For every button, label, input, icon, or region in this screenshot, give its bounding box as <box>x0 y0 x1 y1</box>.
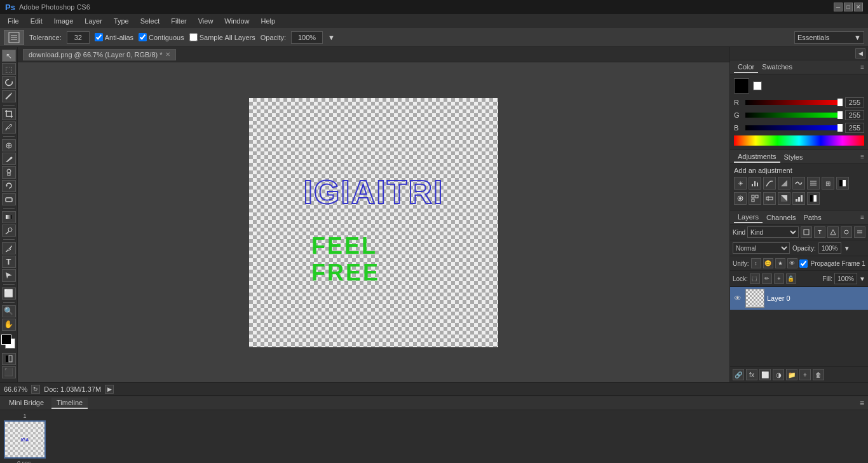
sample-all-layers-checkbox[interactable] <box>189 33 198 41</box>
minimize-button[interactable]: ─ <box>834 3 843 11</box>
posterize-icon[interactable] <box>792 192 805 205</box>
lock-position-icon[interactable]: + <box>774 273 784 284</box>
eraser-tool[interactable] <box>2 193 16 205</box>
tab-paths[interactable]: Paths <box>800 212 825 223</box>
menu-type[interactable]: Type <box>109 16 134 26</box>
tool-preset-picker[interactable] <box>4 30 24 45</box>
history-brush-tool[interactable] <box>2 180 16 192</box>
bottom-panel-options[interactable]: ≡ <box>860 399 864 408</box>
layer-group-icon[interactable]: 📁 <box>786 369 797 380</box>
b-value[interactable] <box>845 123 864 133</box>
invert-icon[interactable] <box>778 192 790 205</box>
zoom-tool[interactable]: 🔍 <box>2 305 16 317</box>
g-value[interactable] <box>845 110 864 120</box>
layer-fx-icon[interactable]: fx <box>746 369 757 380</box>
status-refresh-btn[interactable]: ↻ <box>31 385 40 394</box>
curves-icon[interactable] <box>763 177 776 190</box>
brightness-contrast-icon[interactable]: ☀ <box>734 177 747 190</box>
type-tool[interactable]: T <box>2 256 16 268</box>
hsl-icon[interactable] <box>807 177 820 190</box>
propagate-frame-checkbox[interactable] <box>799 259 808 268</box>
opacity-arrow-icon[interactable]: ▼ <box>844 245 850 252</box>
color-lookup-icon[interactable] <box>763 192 776 205</box>
photo-filter-icon[interactable] <box>734 192 747 205</box>
clone-stamp-tool[interactable] <box>2 166 16 178</box>
exposure-icon[interactable] <box>778 177 790 190</box>
tab-swatches[interactable]: Swatches <box>758 62 796 73</box>
unify-style-icon[interactable]: ★ <box>775 258 785 268</box>
rectangle-tool[interactable]: ⬜ <box>2 287 16 300</box>
crop-tool[interactable] <box>2 108 16 120</box>
menu-window[interactable]: Window <box>219 16 254 26</box>
close-button[interactable]: ✕ <box>854 3 863 11</box>
document-tab[interactable]: download.png @ 66.7% (Layer 0, RGB/8) * … <box>23 49 176 60</box>
adj-panel-collapse[interactable]: ≡ <box>860 153 864 160</box>
levels-icon[interactable] <box>749 177 761 190</box>
r-value[interactable] <box>845 97 864 107</box>
frame-thumbnail[interactable]: IGA <box>4 420 46 459</box>
tolerance-input[interactable] <box>67 31 90 44</box>
color-swatch-preview[interactable] <box>734 78 749 93</box>
anti-alias-checkbox[interactable] <box>95 33 103 41</box>
essentials-dropdown[interactable]: Essentials ▼ <box>794 31 864 44</box>
opacity-arrow[interactable]: ▼ <box>328 34 335 41</box>
path-select-tool[interactable] <box>2 269 16 281</box>
delete-layer-icon[interactable]: 🗑 <box>813 369 824 380</box>
menu-image[interactable]: Image <box>49 16 79 26</box>
lasso-tool[interactable] <box>2 76 16 88</box>
fill-arrow-icon[interactable]: ▼ <box>859 275 865 282</box>
quick-mask-toggle[interactable] <box>2 353 16 365</box>
b-slider[interactable] <box>745 125 843 130</box>
opacity-input[interactable] <box>291 31 323 44</box>
eyedropper-tool[interactable] <box>2 121 16 134</box>
lock-all-icon[interactable]: 🔒 <box>786 273 796 284</box>
bg-color-preview[interactable] <box>753 81 762 90</box>
layer-adj-icon[interactable]: ◑ <box>773 369 784 380</box>
color-balance-icon[interactable]: ⊞ <box>822 177 834 190</box>
document-tab-close[interactable]: ✕ <box>165 51 170 58</box>
menu-select[interactable]: Select <box>135 16 165 26</box>
marquee-tool[interactable]: ⬚ <box>2 63 16 75</box>
vibrance-icon[interactable] <box>792 177 805 190</box>
tab-adjustments[interactable]: Adjustments <box>734 151 780 163</box>
layer-opacity-input[interactable] <box>818 242 841 254</box>
layer-mask-icon[interactable]: ⬜ <box>759 369 771 380</box>
tab-mini-bridge[interactable]: Mini Bridge <box>4 397 49 409</box>
menu-view[interactable]: View <box>193 16 219 26</box>
menu-layer[interactable]: Layer <box>79 16 107 26</box>
panel-collapse-btn[interactable]: ◀ <box>855 48 865 59</box>
menu-edit[interactable]: Edit <box>25 16 48 26</box>
status-arrow-btn[interactable]: ▶ <box>105 385 114 394</box>
brush-tool[interactable] <box>2 153 16 165</box>
fill-value-input[interactable] <box>834 273 857 284</box>
tab-layers[interactable]: Layers <box>734 212 763 223</box>
layer-visibility-toggle[interactable]: 👁 <box>733 293 743 303</box>
r-slider[interactable] <box>745 100 843 105</box>
color-spectrum[interactable] <box>734 135 864 146</box>
layer-link-icon[interactable]: 🔗 <box>733 369 744 380</box>
move-tool[interactable]: ↖ <box>2 50 16 62</box>
tab-color[interactable]: Color <box>734 62 758 73</box>
lock-pixels-icon[interactable]: ⬚ <box>750 273 760 284</box>
channel-mixer-icon[interactable] <box>749 192 761 205</box>
layer-filter-shape-icon[interactable] <box>827 226 839 238</box>
unify-visibility-icon[interactable]: 👁 <box>787 258 797 268</box>
lock-brush-icon[interactable]: ✏ <box>762 273 772 284</box>
layers-panel-collapse[interactable]: ≡ <box>860 214 864 221</box>
unify-position-icon[interactable]: ↕ <box>751 258 761 268</box>
tab-timeline[interactable]: Timeline <box>51 397 88 409</box>
tab-styles[interactable]: Styles <box>780 152 807 162</box>
bw-icon[interactable] <box>836 177 849 190</box>
new-layer-icon[interactable]: + <box>799 369 811 380</box>
restore-button[interactable]: □ <box>844 3 853 11</box>
gradient-tool[interactable] <box>2 211 16 223</box>
hand-tool[interactable]: ✋ <box>2 319 16 331</box>
blend-mode-select[interactable]: Normal Multiply Screen <box>733 242 790 254</box>
spot-heal-tool[interactable] <box>2 139 16 151</box>
g-slider[interactable] <box>745 113 843 118</box>
menu-filter[interactable]: Filter <box>166 16 191 26</box>
color-panel-collapse[interactable]: ≡ <box>860 64 864 71</box>
tab-channels[interactable]: Channels <box>763 212 799 223</box>
layer-item-0[interactable]: 👁 Layer 0 <box>730 287 868 310</box>
layer-filter-adj-icon[interactable] <box>854 226 865 238</box>
